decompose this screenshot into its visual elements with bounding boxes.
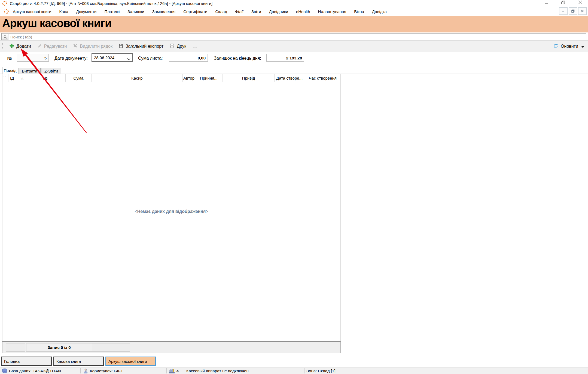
search-input[interactable]: Поиск (Tab) <box>1 33 586 40</box>
toolbar-grip[interactable] <box>2 43 3 50</box>
pencil-icon <box>37 43 42 49</box>
delete-row-button-label: Видалити рядок <box>80 44 112 49</box>
column-header-accepted[interactable]: Прийня... <box>198 74 223 82</box>
number-value: 5 <box>44 56 47 60</box>
refresh-icon <box>553 43 559 50</box>
floppy-icon <box>118 43 123 49</box>
refresh-button[interactable]: Оновити <box>553 41 584 52</box>
document-tabs: Прихід Витрата Z-Звіти <box>0 66 588 74</box>
export-button[interactable]: Загальний експорт <box>115 42 166 51</box>
document-date-select[interactable]: 28.06.2024 <box>92 53 133 62</box>
status-separator <box>80 368 81 373</box>
status-separator <box>304 368 304 373</box>
search-icon <box>2 34 8 40</box>
window-title: Скарб pro v. 4.0.2.77 [ІД: 969] - [Апт №… <box>10 1 212 6</box>
menu-item-sertyfikaty[interactable]: Сертифікати <box>183 9 208 14</box>
user-status: Користувач: GIFT <box>90 367 123 374</box>
window-tab-home[interactable]: Головна <box>1 357 52 366</box>
menu-item-ehealth[interactable]: eHealth <box>296 9 310 14</box>
column-chooser-icon[interactable] <box>189 42 201 51</box>
print-button[interactable]: Друк <box>166 42 189 51</box>
column-header-cashier[interactable]: Касир <box>92 74 183 82</box>
menu-logo-icon <box>4 9 9 14</box>
menu-item-platezhi[interactable]: Платежі <box>104 9 120 14</box>
menu-item-sklad[interactable]: Склад <box>215 9 227 14</box>
row-indicator-header-icon[interactable] <box>2 74 8 82</box>
menu-item-arkush-kasovoi-knyhy[interactable]: Аркуш касової книги <box>13 9 52 14</box>
status-separator <box>166 368 167 373</box>
printer-icon <box>169 43 175 49</box>
menu-item-zamovlennia[interactable]: Замовлення <box>152 9 176 14</box>
close-icon[interactable] <box>578 1 582 4</box>
edit-button[interactable]: Редагувати <box>34 42 70 51</box>
window-tab-cash-book-sheet[interactable]: Аркуш касової книги <box>105 357 156 366</box>
sort-ascending-icon: △ <box>21 76 23 80</box>
user-icon <box>83 367 88 374</box>
number-input[interactable]: 5 <box>17 54 49 62</box>
record-navigator-cell <box>6 343 25 352</box>
column-header-time-created[interactable]: Час створення <box>307 74 340 82</box>
column-header-reason[interactable]: Привід <box>223 74 275 82</box>
page-header: Аркуш касової книги <box>0 16 588 32</box>
tab-expense[interactable]: Витрата <box>19 68 41 74</box>
cash-register-status: Кассовый аппарат не подключен <box>186 367 249 374</box>
sheet-sum-input[interactable]: 0,00 <box>169 54 208 62</box>
records-table: ІД △ № Сума Касир Автор Прийня... Привід… <box>2 74 341 341</box>
open-windows-bar: Головна Касова книга Аркуш касової книги <box>0 354 588 367</box>
refresh-button-label: Оновити <box>561 44 578 49</box>
sheet-sum-value: 0,00 <box>198 56 206 60</box>
restore-icon[interactable] <box>561 1 565 4</box>
add-button[interactable]: Додати <box>6 42 34 51</box>
column-header-number[interactable]: № <box>25 74 66 82</box>
balance-label: Залишок на кінець дня: <box>214 56 261 61</box>
delete-x-icon <box>73 43 78 49</box>
menu-item-zalyshky[interactable]: Залишки <box>127 9 145 14</box>
document-date-label: Дата документу: <box>54 56 88 61</box>
column-header-id[interactable]: ІД △ <box>8 74 25 82</box>
window-tab-cash-book[interactable]: Касова книга <box>53 357 104 366</box>
menu-item-vikna[interactable]: Вікна <box>354 9 364 14</box>
mdi-close-icon[interactable] <box>578 7 587 15</box>
menu-item-kasa[interactable]: Каса <box>59 9 69 14</box>
chevron-down-icon[interactable] <box>127 56 130 61</box>
document-date-value: 28.06.2024 <box>94 55 114 60</box>
sheet-sum-label: Сума листа: <box>138 56 163 61</box>
minimize-icon[interactable] <box>544 1 548 4</box>
page-title: Аркуш касової книги <box>2 17 588 30</box>
toolbar: Додати Редагувати Видалити рядок Загальн… <box>0 40 588 52</box>
empty-table-message: <Немає даних для відображення> <box>2 209 340 214</box>
plus-icon <box>9 43 14 49</box>
mdi-minimize-icon[interactable] <box>559 7 568 15</box>
refresh-dropdown-caret-icon[interactable] <box>581 46 584 48</box>
mdi-restore-icon[interactable] <box>569 7 577 15</box>
cash-register-icon <box>169 367 175 374</box>
menu-item-nalashtuvannia[interactable]: Налаштування <box>318 9 347 14</box>
number-label: № <box>7 56 12 61</box>
print-button-label: Друк <box>177 44 186 49</box>
record-navigator: Запис 0 із 0 <box>2 341 341 353</box>
menu-item-zvity[interactable]: Звіти <box>251 9 261 14</box>
database-status: База даних: TASA3@TITAN <box>9 367 61 374</box>
menu-item-dovidnyky[interactable]: Довідники <box>269 9 288 14</box>
balance-input[interactable]: 2 193,28 <box>266 54 304 62</box>
document-form: № 5 Дата документу: 28.06.2024 Сума лист… <box>0 52 588 66</box>
tab-income[interactable]: Прихід <box>2 67 18 74</box>
record-navigator-cell <box>92 343 130 352</box>
app-window: Скарб pro v. 4.0.2.77 [ІД: 969] - [Апт №… <box>0 0 588 374</box>
column-header-author[interactable]: Автор <box>183 74 198 82</box>
delete-row-button[interactable]: Видалити рядок <box>70 42 115 51</box>
status-bar: База даних: TASA3@TITAN Користувач: GIFT… <box>0 367 588 374</box>
export-button-label: Загальний експорт <box>126 44 163 49</box>
menu-item-dokumenty[interactable]: Документи <box>76 9 97 14</box>
add-button-label: Додати <box>16 44 31 49</box>
zone-status: Зона: Склад [1] <box>306 367 336 374</box>
app-logo-icon <box>2 1 7 6</box>
column-header-date-created[interactable]: Дата створе... <box>275 74 307 82</box>
search-row: Поиск (Tab) <box>0 32 588 40</box>
column-header-sum[interactable]: Сума <box>66 74 92 82</box>
tab-z-reports[interactable]: Z-Звіти <box>41 68 61 74</box>
database-icon <box>2 367 8 374</box>
menu-item-dovidka[interactable]: Довідка <box>372 9 387 14</box>
search-placeholder: Поиск (Tab) <box>10 35 32 39</box>
menu-item-filii[interactable]: Філії <box>235 9 244 14</box>
